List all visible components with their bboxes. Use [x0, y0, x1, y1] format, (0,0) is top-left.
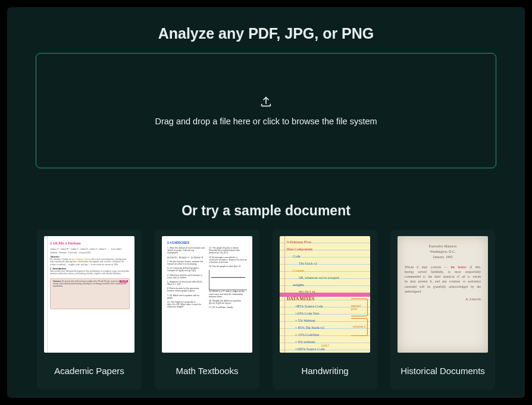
file-dropzone[interactable]: Drag and drop a file here or click to br… [36, 53, 496, 168]
sample-label: Academic Papers [54, 359, 124, 382]
thumb-callout-tag: TL;DR [120, 280, 128, 282]
thumb-callout: TL;DR Summary. We present state-of-the-a… [50, 278, 130, 309]
sample-label: Handwriting [301, 359, 348, 382]
samples-row: 2 OLMo 2 Furious Author A* · Author B* ·… [36, 230, 496, 390]
sample-thumbnail: Executive Mansion Washington, D.C. Janua… [398, 236, 488, 353]
sample-historical-documents[interactable]: Executive Mansion Washington, D.C. Janua… [390, 230, 495, 390]
thumb-title: 2 OLMo 2 Furious [50, 241, 130, 246]
thumb-signature: A. Lincoln [405, 297, 481, 302]
page-title: Analyze any PDF, JPG, or PNG [36, 25, 496, 42]
sample-math-textbooks[interactable]: 2.4 EXERCISES 1. State the domain of eac… [155, 230, 259, 390]
bracket-annotation: seemed good [351, 299, 368, 316]
highlight-bar [280, 293, 370, 297]
thumb-authors: Author A* · Author B* · Author C · Autho… [50, 248, 130, 250]
thumb-graph [209, 270, 247, 290]
bracket-annotation: schedule 2 [351, 318, 368, 336]
sample-thumbnail: 2 OLMo 2 Furious Author A* · Author B* ·… [44, 236, 134, 353]
dropzone-instruction: Drag and drop a file here or click to br… [155, 117, 377, 126]
thumb-section-heading: 2.4 EXERCISES [167, 241, 247, 244]
caret-note: fails? [321, 344, 329, 348]
sample-label: Math Textbooks [176, 359, 239, 382]
samples-heading: Or try a sample document [36, 203, 496, 219]
sample-handwriting[interactable]: V-February Flow Data Components Code Thi… [273, 230, 377, 390]
sample-label: Historical Documents [400, 359, 485, 382]
sample-thumbnail: V-February Flow Data Components Code Thi… [280, 236, 370, 353]
sample-thumbnail: 2.4 EXERCISES 1. State the domain of eac… [162, 236, 252, 353]
sample-academic-papers[interactable]: 2 OLMo 2 Furious Author A* · Author B* ·… [37, 230, 142, 390]
upload-icon [259, 95, 273, 111]
app-panel: Analyze any PDF, JPG, or PNG Drag and dr… [7, 7, 525, 398]
